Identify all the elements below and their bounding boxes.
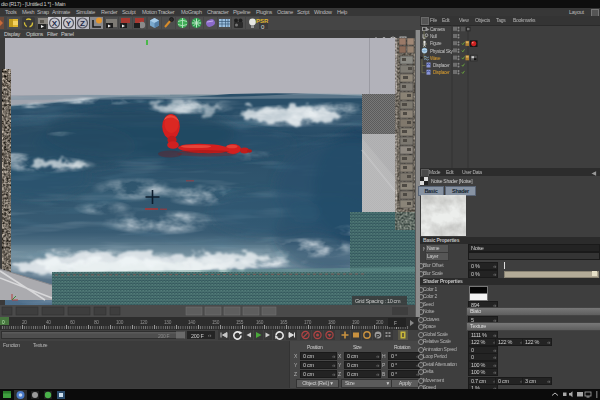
svg-text:150: 150 (212, 320, 220, 325)
svg-text:120: 120 (140, 320, 148, 325)
svg-text:Grid Spacing : 10 cm: Grid Spacing : 10 cm (355, 298, 401, 304)
svg-text:200 F: 200 F (191, 333, 205, 339)
svg-text:160: 160 (256, 320, 264, 325)
svg-text:Wave: Wave (430, 56, 441, 61)
svg-text:Y: Y (66, 19, 72, 28)
svg-text:130: 130 (164, 320, 172, 325)
svg-text:40: 40 (46, 320, 51, 325)
svg-text:Displacer: Displacer (433, 70, 450, 75)
svg-text:170: 170 (304, 320, 312, 325)
svg-text:140: 140 (188, 320, 196, 325)
svg-text:P: P (376, 333, 380, 339)
svg-text:‹›: ‹› (208, 332, 212, 338)
svg-text:X: X (52, 19, 58, 28)
svg-text:155: 155 (236, 320, 244, 325)
svg-text:200: 200 (376, 320, 384, 325)
svg-text:20: 20 (22, 320, 27, 325)
svg-text:Displacer: Displacer (433, 63, 450, 68)
svg-text:F: F (394, 321, 397, 326)
svg-text:165: 165 (280, 320, 288, 325)
svg-text:100: 100 (116, 320, 124, 325)
svg-text:Null: Null (430, 34, 437, 39)
svg-text:Figure: Figure (430, 41, 442, 46)
svg-text:200 F: 200 F (158, 333, 170, 339)
svg-text:Z: Z (80, 19, 85, 28)
svg-text:180: 180 (328, 320, 336, 325)
svg-text:60: 60 (70, 320, 75, 325)
svg-text:Physical Sky: Physical Sky (430, 49, 453, 54)
svg-text:Camera: Camera (430, 27, 445, 32)
svg-text:190: 190 (352, 320, 360, 325)
svg-text:80: 80 (94, 320, 99, 325)
